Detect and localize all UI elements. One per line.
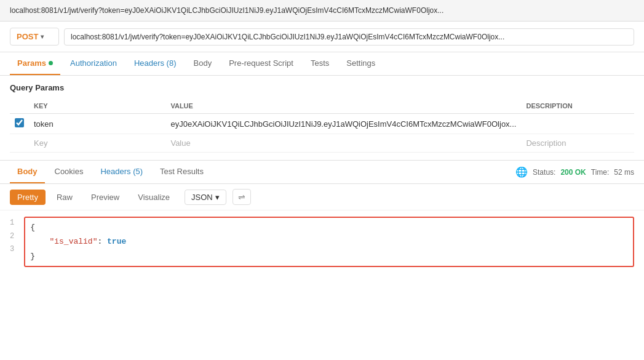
tab-settings-label: Settings: [346, 58, 375, 68]
tab-headers[interactable]: Headers (8): [127, 52, 184, 75]
empty-key-cell: Key: [29, 134, 165, 153]
globe-icon: 🌐: [515, 166, 528, 178]
tab-params[interactable]: Params: [10, 52, 60, 75]
response-toolbar: Pretty Raw Preview Visualize JSON ▾ ⇌: [0, 184, 644, 210]
response-tab-headers-label: Headers (5): [100, 167, 143, 176]
tab-tests-label: Tests: [311, 58, 329, 68]
json-chevron-icon: ▾: [215, 193, 220, 202]
params-table: KEY VALUE DESCRIPTION token eyJ0eXAiOiJK…: [10, 98, 634, 153]
filter-icon[interactable]: ⇌: [233, 189, 251, 205]
code-lines: 1 2 3 { "is_valid": true }: [10, 217, 634, 267]
empty-key-placeholder[interactable]: Key: [34, 138, 47, 148]
empty-value-placeholder[interactable]: Value: [170, 138, 190, 148]
tab-body-label: Body: [194, 58, 212, 68]
colon: :: [97, 237, 107, 246]
empty-checkbox-cell: [10, 134, 29, 153]
code-content: { "is_valid": true }: [24, 217, 634, 267]
json-key-is-valid: "is_valid": [49, 237, 97, 246]
json-value-true: true: [107, 237, 126, 246]
row-value-cell: eyJ0eXAiOiJKV1QiLCJhbGciOiJIUzI1NiJ9.eyJ…: [165, 114, 521, 134]
table-empty-row: Key Value Description: [10, 134, 634, 153]
tab-authorization-label: Authorization: [70, 58, 117, 68]
status-value: 200 OK: [560, 168, 586, 177]
response-tab-headers[interactable]: Headers (5): [93, 161, 150, 183]
response-section: Body Cookies Headers (5) Test Results 🌐 …: [0, 161, 644, 273]
method-chevron-icon: ▾: [41, 33, 44, 40]
response-tabs-row: Body Cookies Headers (5) Test Results 🌐 …: [0, 161, 644, 184]
line-numbers: 1 2 3: [10, 217, 24, 267]
col-desc-header: DESCRIPTION: [521, 98, 634, 114]
tab-authorization[interactable]: Authorization: [63, 52, 124, 75]
tab-tests[interactable]: Tests: [303, 52, 336, 75]
empty-desc-cell: Description: [521, 134, 634, 153]
response-tab-testresults-label: Test Results: [160, 167, 204, 176]
request-bar: POST ▾ localhost:8081/v1/jwt/verify?toke…: [0, 22, 644, 52]
row-value: eyJ0eXAiOiJKV1QiLCJhbGciOiJIUzI1NiJ9.eyJ…: [170, 119, 516, 129]
request-tabs: Params Authorization Headers (8) Body Pr…: [0, 52, 644, 76]
browser-url: localhost:8081/v1/jwt/verify?token=eyJ0e…: [10, 6, 443, 15]
tab-params-label: Params: [17, 58, 46, 68]
tab-prerequest-label: Pre-request Script: [229, 58, 293, 68]
format-visualize-button[interactable]: Visualize: [130, 190, 177, 205]
format-pretty-button[interactable]: Pretty: [10, 190, 46, 205]
row-key: token: [34, 119, 54, 129]
url-input[interactable]: localhost:8081/v1/jwt/verify?token=eyJ0e…: [64, 28, 634, 46]
response-status-info: 🌐 Status: 200 OK Time: 52 ms: [515, 166, 634, 178]
tab-prerequest[interactable]: Pre-request Script: [221, 52, 301, 75]
json-format-label: JSON: [191, 193, 213, 202]
response-tab-testresults[interactable]: Test Results: [153, 161, 211, 183]
response-tab-body[interactable]: Body: [10, 161, 45, 183]
row-key-cell: token: [29, 114, 165, 134]
time-value: 52 ms: [614, 168, 634, 177]
row-checkbox[interactable]: [15, 118, 24, 127]
code-line-1: {: [30, 220, 628, 234]
browser-address-bar: localhost:8081/v1/jwt/verify?token=eyJ0e…: [0, 0, 644, 22]
closing-brace: }: [30, 252, 35, 261]
line-number-3: 3: [10, 243, 14, 257]
code-area: 1 2 3 { "is_valid": true }: [0, 210, 644, 273]
line-number-1: 1: [10, 217, 14, 230]
line-number-2: 2: [10, 230, 14, 244]
empty-desc-placeholder[interactable]: Description: [526, 138, 566, 148]
code-line-2: "is_valid": true: [30, 234, 628, 249]
format-raw-button[interactable]: Raw: [49, 190, 80, 205]
format-preview-button[interactable]: Preview: [84, 190, 127, 205]
params-dot-icon: [49, 61, 53, 65]
response-tab-cookies-label: Cookies: [55, 167, 84, 176]
row-checkbox-cell: [10, 114, 29, 134]
method-dropdown[interactable]: POST ▾: [10, 28, 59, 46]
response-tab-cookies[interactable]: Cookies: [47, 161, 91, 183]
tab-settings[interactable]: Settings: [339, 52, 383, 75]
time-label: Time:: [591, 168, 610, 177]
tab-body[interactable]: Body: [186, 52, 220, 75]
opening-brace: {: [30, 223, 35, 232]
col-value-header: VALUE: [165, 98, 521, 114]
json-format-selector[interactable]: JSON ▾: [185, 190, 226, 205]
col-checkbox-header: [10, 98, 29, 114]
tab-headers-label: Headers (8): [134, 58, 177, 68]
row-description-cell: [521, 114, 634, 134]
empty-value-cell: Value: [165, 134, 521, 153]
query-params-title: Query Params: [10, 83, 634, 92]
method-label: POST: [17, 32, 38, 41]
col-key-header: KEY: [29, 98, 165, 114]
response-tab-body-label: Body: [17, 167, 38, 176]
query-params-section: Query Params KEY VALUE DESCRIPTION token…: [0, 76, 644, 161]
table-row: token eyJ0eXAiOiJKV1QiLCJhbGciOiJIUzI1Ni…: [10, 114, 634, 134]
status-label: Status:: [533, 168, 555, 177]
code-line-3: }: [30, 249, 628, 263]
